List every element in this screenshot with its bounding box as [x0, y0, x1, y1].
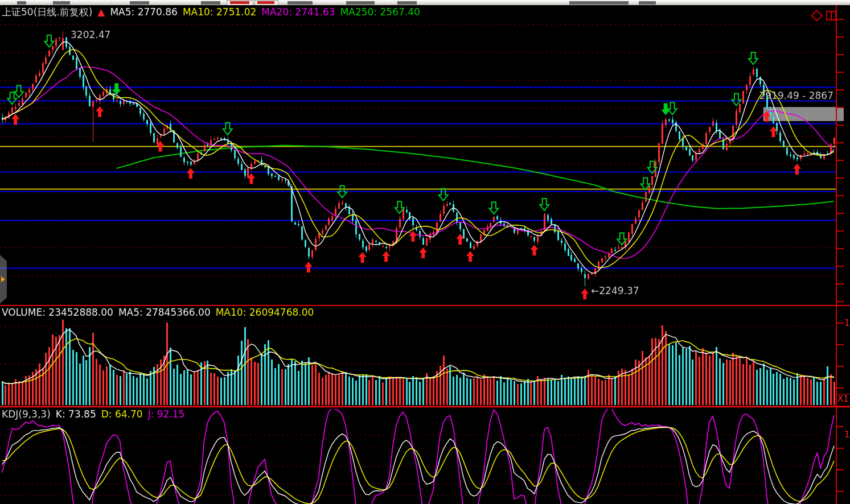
ma250-value: MA250: 2567.40 [340, 6, 420, 18]
kdj-d-value: D: 64.70 [101, 408, 143, 420]
peak-price-label: 3202.47 [71, 30, 110, 40]
volume-ma5-value: MA5: 27845366.00 [118, 307, 211, 318]
volume-axis-scale-label: 1 [844, 319, 850, 328]
trading-app-window: 上证50(日线.前复权)▲MA5: 2770.86MA10: 2751.02MA… [0, 0, 850, 504]
ma10-value: MA10: 2751.02 [183, 6, 256, 18]
kline-chart-canvas[interactable] [0, 0, 850, 504]
volume-ma10-value: MA10: 26094768.00 [216, 307, 314, 318]
volume-panel-header: VOLUME: 23452888.00MA5: 27845366.00MA10:… [2, 308, 319, 317]
split-divider [831, 12, 832, 19]
gap-range-label: 2919.49 - 2867 [759, 91, 833, 101]
volume-axis-x1-label: X1 [837, 395, 849, 403]
ma20-value: MA20: 2741.63 [261, 6, 335, 18]
kdj-panel-header: KDJ(9,3,3)K: 73.85D: 64.70J: 92.15 [2, 410, 190, 419]
split-window-icon[interactable] [826, 11, 836, 20]
kdj-name: KDJ(9,3,3) [2, 408, 51, 420]
trough-price-label: ←2249.37 [591, 286, 639, 296]
instrument-title: 上证50(日线.前复权) [2, 6, 92, 18]
trend-up-icon: ▲ [97, 6, 105, 18]
kdj-k-value: K: 73.85 [56, 408, 96, 420]
volume-value: VOLUME: 23452888.00 [2, 307, 113, 318]
right-triangle-icon [1, 276, 5, 282]
kdj-axis-scale-label: 1 [844, 431, 850, 439]
main-chart-header: 上证50(日线.前复权)▲MA5: 2770.86MA10: 2751.02MA… [2, 7, 425, 17]
kdj-j-value: J: 92.15 [148, 408, 185, 420]
ma5-value: MA5: 2770.86 [110, 6, 178, 18]
left-drawer-handle[interactable] [0, 255, 7, 304]
